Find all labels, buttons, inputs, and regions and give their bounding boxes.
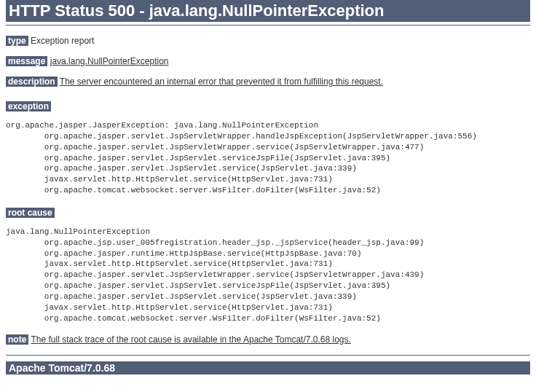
type-row: type Exception report (6, 36, 530, 46)
type-value: Exception report (31, 36, 94, 46)
type-label: type (6, 36, 28, 46)
exception-label: exception (6, 101, 51, 111)
error-page: HTTP Status 500 - java.lang.NullPointerE… (0, 0, 536, 380)
server-signature: Apache Tomcat/7.0.68 (6, 361, 530, 375)
root-cause-label: root cause (6, 208, 55, 218)
divider (6, 25, 530, 26)
description-value: The server encountered an internal error… (60, 77, 383, 87)
description-row: description The server encountered an in… (6, 77, 530, 87)
note-label: note (6, 334, 28, 345)
note-row: note The full stack trace of the root ca… (6, 334, 530, 345)
exception-stacktrace: org.apache.jasper.JasperException: java.… (6, 120, 530, 196)
description-label: description (6, 77, 58, 87)
divider (6, 355, 530, 356)
message-row: message java.lang.NullPointerException (6, 56, 530, 66)
page-title: HTTP Status 500 - java.lang.NullPointerE… (6, 0, 530, 22)
note-value: The full stack trace of the root cause i… (31, 334, 350, 345)
root-cause-stacktrace: java.lang.NullPointerException org.apach… (6, 227, 530, 324)
message-value: java.lang.NullPointerException (50, 56, 169, 66)
message-label: message (6, 56, 47, 66)
